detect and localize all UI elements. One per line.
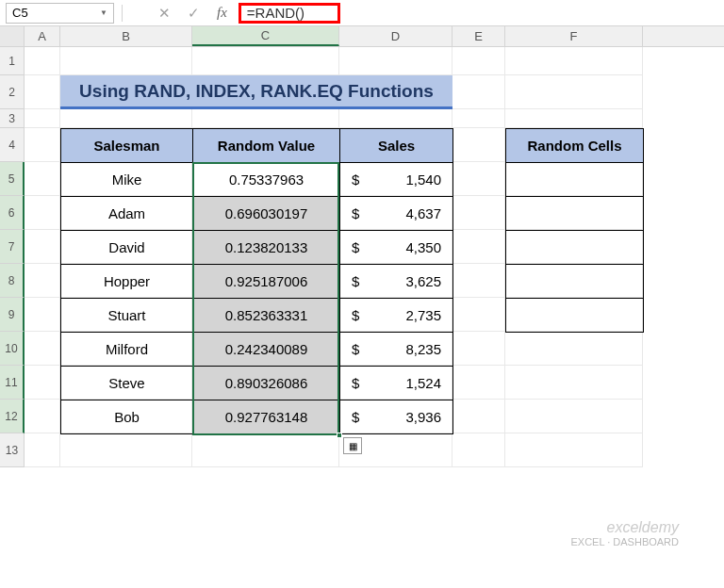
table-row: Steve0.890326086$1,524 bbox=[61, 367, 453, 400]
row-header-9[interactable]: 9 bbox=[0, 298, 25, 332]
cell-rv[interactable]: 0.123820133 bbox=[193, 231, 340, 265]
cell-salesman[interactable]: Hopper bbox=[61, 265, 193, 299]
cell-rv[interactable]: 0.696030197 bbox=[193, 197, 340, 231]
spreadsheet-grid: A B C D E F 1 2 3 4 5 6 7 8 9 10 11 12 1… bbox=[0, 26, 724, 467]
table-row bbox=[506, 163, 644, 197]
col-header-F[interactable]: F bbox=[505, 26, 643, 46]
col-header-A[interactable]: A bbox=[25, 26, 60, 46]
chevron-down-icon[interactable]: ▼ bbox=[100, 8, 107, 17]
formula-text: =RAND() bbox=[247, 5, 304, 21]
fill-handle[interactable] bbox=[337, 433, 342, 438]
row-header-2[interactable]: 2 bbox=[0, 75, 25, 109]
table-row: David0.123820133$4,350 bbox=[61, 231, 453, 265]
row-header-12[interactable]: 12 bbox=[0, 400, 25, 433]
empty-cell[interactable] bbox=[506, 299, 644, 333]
column-headers: A B C D E F bbox=[0, 26, 724, 47]
empty-cell[interactable] bbox=[506, 265, 644, 299]
cell-sales[interactable]: $1,524 bbox=[340, 367, 453, 400]
name-box[interactable]: C5 ▼ bbox=[6, 3, 114, 24]
table-row bbox=[506, 299, 644, 333]
cell-sales[interactable]: $8,235 bbox=[340, 333, 453, 367]
name-box-value: C5 bbox=[12, 6, 28, 20]
cell-salesman[interactable]: Adam bbox=[61, 197, 193, 231]
empty-cell[interactable] bbox=[506, 163, 644, 197]
col-header-C[interactable]: C bbox=[192, 26, 339, 46]
col-header-E[interactable]: E bbox=[452, 26, 505, 46]
formula-bar-icons: ✕ ✓ fx bbox=[158, 5, 227, 22]
cell-sales[interactable]: $3,936 bbox=[340, 400, 453, 434]
cell-rv[interactable]: 0.890326086 bbox=[193, 367, 340, 400]
cell-sales[interactable]: $2,735 bbox=[340, 299, 453, 333]
cell-rv[interactable]: 0.75337963 bbox=[193, 163, 340, 197]
header-random-cells[interactable]: Random Cells bbox=[506, 129, 644, 163]
divider bbox=[122, 5, 123, 22]
table-row bbox=[506, 197, 644, 231]
autofill-options-button[interactable]: ▦ bbox=[343, 437, 362, 454]
row-header-3[interactable]: 3 bbox=[0, 109, 25, 128]
random-cells-table: Random Cells bbox=[505, 128, 644, 333]
cell-rv[interactable]: 0.242340089 bbox=[193, 333, 340, 367]
accept-icon[interactable]: ✓ bbox=[188, 5, 200, 22]
title-cell[interactable]: Using RAND, INDEX, RANK.EQ Functions bbox=[60, 75, 452, 109]
cell-rv[interactable]: 0.852363331 bbox=[193, 299, 340, 333]
table-row: Milford0.242340089$8,235 bbox=[61, 333, 453, 367]
watermark-line1: exceldemy bbox=[570, 518, 679, 536]
cell-salesman[interactable]: Mike bbox=[61, 163, 193, 197]
col-header-B[interactable]: B bbox=[60, 26, 192, 46]
table-row: Adam0.696030197$4,637 bbox=[61, 197, 453, 231]
table-row: Bob0.927763148$3,936 bbox=[61, 400, 453, 434]
cell-sales[interactable]: $4,350 bbox=[340, 231, 453, 265]
header-salesman[interactable]: Salesman bbox=[61, 129, 193, 163]
cell-rv[interactable]: 0.927763148 bbox=[193, 400, 340, 434]
row-header-10[interactable]: 10 bbox=[0, 332, 25, 366]
row-header-11[interactable]: 11 bbox=[0, 366, 25, 400]
row-header-13[interactable]: 13 bbox=[0, 433, 25, 467]
cell-salesman[interactable]: David bbox=[61, 231, 193, 265]
col-header-D[interactable]: D bbox=[339, 26, 452, 46]
row-header-8[interactable]: 8 bbox=[0, 264, 25, 298]
table-row: Stuart0.852363331$2,735 bbox=[61, 299, 453, 333]
header-random-value[interactable]: Random Value bbox=[193, 129, 340, 163]
row-header-1[interactable]: 1 bbox=[0, 47, 25, 75]
table-row bbox=[506, 231, 644, 265]
rows-area: 1 2 3 4 5 6 7 8 9 10 11 12 13 Using RAND… bbox=[0, 47, 724, 467]
watermark: exceldemy EXCEL · DASHBOARD bbox=[570, 518, 679, 548]
cell-salesman[interactable]: Steve bbox=[61, 367, 193, 400]
watermark-line2: EXCEL · DASHBOARD bbox=[570, 536, 679, 548]
formula-bar: C5 ▼ ✕ ✓ fx =RAND() bbox=[0, 0, 724, 26]
cancel-icon[interactable]: ✕ bbox=[158, 5, 171, 22]
cell-rv[interactable]: 0.925187006 bbox=[193, 265, 340, 299]
cell-sales[interactable]: $1,540 bbox=[340, 163, 453, 197]
table-row: Hopper0.925187006$3,625 bbox=[61, 265, 453, 299]
row-header-5[interactable]: 5 bbox=[0, 162, 25, 196]
table-header-row: Salesman Random Value Sales bbox=[61, 129, 453, 163]
select-all-corner[interactable] bbox=[0, 26, 25, 46]
table-row bbox=[506, 265, 644, 299]
row-header-7[interactable]: 7 bbox=[0, 230, 25, 264]
empty-cell[interactable] bbox=[506, 197, 644, 231]
fx-icon[interactable]: fx bbox=[217, 5, 227, 21]
cell-salesman[interactable]: Stuart bbox=[61, 299, 193, 333]
formula-input[interactable]: =RAND() bbox=[239, 3, 340, 24]
empty-cell[interactable] bbox=[506, 231, 644, 265]
row-header-6[interactable]: 6 bbox=[0, 196, 25, 230]
cell-sales[interactable]: $4,637 bbox=[340, 197, 453, 231]
row-header-4[interactable]: 4 bbox=[0, 128, 25, 162]
header-sales[interactable]: Sales bbox=[340, 129, 453, 163]
cell-salesman[interactable]: Milford bbox=[61, 333, 193, 367]
main-table: Salesman Random Value Sales Mike0.753379… bbox=[60, 128, 453, 434]
cell-salesman[interactable]: Bob bbox=[61, 400, 193, 434]
table-row: Mike0.75337963$1,540 bbox=[61, 163, 453, 197]
cell-sales[interactable]: $3,625 bbox=[340, 265, 453, 299]
